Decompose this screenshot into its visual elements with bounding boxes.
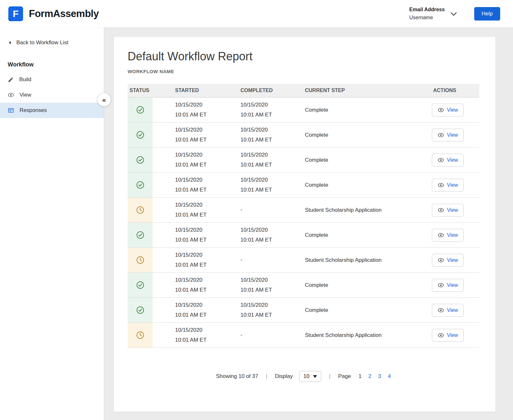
completed-date: 10/15/2020 [240,300,301,310]
sidebar-item-label: Responses [20,107,47,114]
status-cell [128,223,153,248]
started-cell: 10/15/202010:01 AM ET [153,173,239,198]
current-step-cell: Student Scholarship Application [303,198,431,223]
view-button[interactable]: View [432,304,464,317]
current-step-cell: Student Scholarship Application [303,248,431,273]
view-button[interactable]: View [432,104,464,116]
app-header: F FormAssembly Email Address Username He… [0,0,513,27]
started-cell: 10/15/202010:01 AM ET [153,248,239,273]
current-step-cell: Complete [303,273,431,298]
completed-cell: - [239,323,303,348]
view-button-label: View [447,207,458,213]
check-circle-icon [136,281,145,289]
showing-count-label: Showing 10 of 37 [216,373,258,380]
account-email: Email Address [409,6,445,14]
completed-time: 10:01 AM ET [240,135,301,145]
actions-cell: View [431,273,479,298]
started-time: 10:01 AM ET [175,185,237,195]
view-button-label: View [447,132,458,138]
table-row: 10/15/202010:01 AM ET10/15/202010:01 AM … [128,123,479,148]
page-4[interactable]: 4 [388,373,391,380]
workflow-name-label: WORKFLOW NAME [128,69,479,74]
pagination-separator: | [265,373,268,380]
back-to-workflow-list-link[interactable]: Back to Workflow List [0,27,104,46]
view-button[interactable]: View [432,179,464,192]
chevron-down-icon [449,9,458,18]
column-header-completed: COMPLETED [239,84,303,98]
actions-cell: View [431,323,479,348]
check-circle-icon [136,156,145,164]
table-icon [8,107,14,114]
check-circle-icon [136,181,145,189]
clock-icon [136,206,145,214]
table-row: 10/15/202010:01 AM ET10/15/202010:01 AM … [128,173,479,198]
view-button[interactable]: View [432,279,464,292]
view-button[interactable]: View [432,154,464,167]
display-count-select[interactable]: 10 [299,371,321,382]
view-button[interactable]: View [432,204,464,217]
formassembly-logo[interactable]: F FormAssembly [8,6,99,21]
actions-cell: View [431,148,479,173]
view-button[interactable]: View [432,329,464,342]
view-button[interactable]: View [432,254,464,267]
view-button-label: View [447,107,458,113]
completed-cell: 10/15/202010:01 AM ET [239,148,303,173]
page-3[interactable]: 3 [378,373,381,380]
collapse-sidebar-button[interactable]: « [97,93,111,107]
page-numbers: 1234 [358,373,391,380]
current-step-cell: Complete [303,298,431,323]
status-cell [128,273,153,298]
eye-icon [438,307,444,313]
current-step-cell: Complete [303,98,431,123]
sidebar-item-label: View [20,92,31,98]
eye-icon [438,132,444,138]
completed-date: - [240,205,301,215]
completed-time: 10:01 AM ET [240,310,301,320]
completed-date: - [240,330,301,340]
page-label: Page [338,373,351,380]
view-button-label: View [447,232,458,238]
started-time: 10:01 AM ET [175,210,237,220]
started-cell: 10/15/202010:01 AM ET [153,148,239,173]
view-button[interactable]: View [432,229,464,242]
table-row: 10/15/202010:01 AM ET-Student Scholarshi… [128,323,479,348]
account-menu[interactable]: Email Address Username [409,6,458,22]
completed-date: 10/15/2020 [240,125,301,135]
started-date: 10/15/2020 [175,300,237,310]
responses-table: STATUSSTARTEDCOMPLETEDCURRENT STEPACTION… [128,84,479,348]
current-step-cell: Complete [303,123,431,148]
eye-icon [438,182,444,188]
current-step-cell: Complete [303,148,431,173]
help-button[interactable]: Help [474,7,500,21]
actions-cell: View [431,198,479,223]
started-date: 10/15/2020 [175,125,237,135]
page-2[interactable]: 2 [368,373,371,380]
completed-cell: 10/15/202010:01 AM ET [239,273,303,298]
started-time: 10:01 AM ET [175,110,237,120]
clock-icon [136,331,145,339]
started-time: 10:01 AM ET [175,285,237,295]
completed-date: 10/15/2020 [240,275,301,285]
eye-icon [438,332,444,339]
sidebar-item-build[interactable]: Build [0,72,104,87]
completed-date: 10/15/2020 [240,100,301,110]
actions-cell: View [431,298,479,323]
started-date: 10/15/2020 [175,200,237,210]
view-button[interactable]: View [432,129,464,141]
started-date: 10/15/2020 [175,325,237,335]
started-time: 10:01 AM ET [175,135,237,145]
started-date: 10/15/2020 [175,250,237,260]
pagination: Showing 10 of 37 | Display 10 | Page 123… [128,371,479,382]
eye-icon [438,232,444,238]
report-card: Default Workflow Report WORKFLOW NAME ST… [114,37,495,412]
sidebar-item-responses[interactable]: Responses [0,103,104,118]
sidebar-item-view[interactable]: View [0,87,104,103]
pagination-separator: | [328,373,332,380]
eye-icon [438,257,444,263]
completed-date: 10/15/2020 [240,225,301,235]
logo-letter: F [13,9,19,19]
table-row: 10/15/202010:01 AM ET-Student Scholarshi… [128,198,479,223]
logo-fold-decoration [8,17,12,21]
back-link-label: Back to Workflow List [16,39,68,46]
completed-time: 10:01 AM ET [240,285,301,295]
